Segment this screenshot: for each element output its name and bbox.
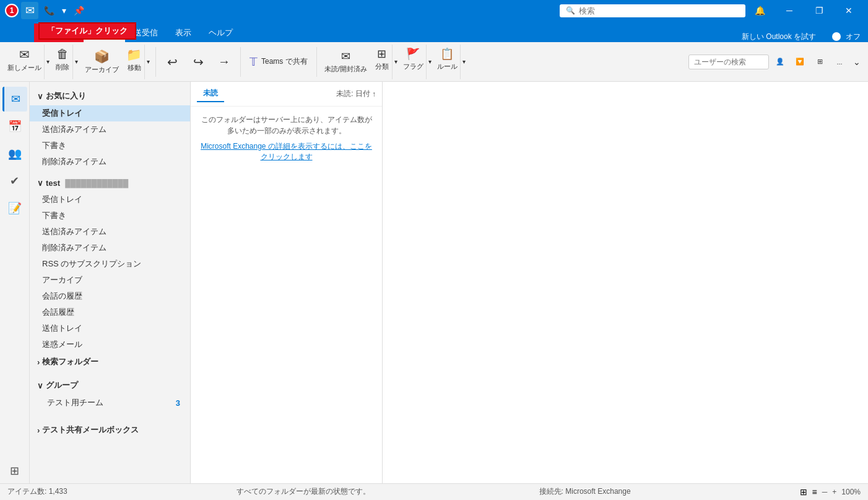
window-controls: 🔔 ─ ❐ ✕	[745, 0, 863, 21]
close-btn[interactable]: ✕	[835, 0, 863, 21]
zoom-increase[interactable]: +	[832, 488, 836, 496]
expand-ribbon-btn[interactable]: ⌄	[851, 55, 863, 69]
folder-item-drafts[interactable]: 下書き	[30, 138, 190, 154]
folder-item-sent[interactable]: 送信済みアイテム	[30, 121, 190, 138]
test-sent-label: 送信済みアイテム	[42, 226, 106, 237]
qa-pin-btn[interactable]: 📌	[71, 4, 87, 17]
test-drafts[interactable]: 下書き	[30, 208, 190, 224]
rules-dropdown[interactable]: ▾	[460, 45, 467, 79]
forward-icon: →	[218, 55, 230, 69]
test-archive-label: アーカイブ	[42, 274, 82, 286]
nav-apps-btn[interactable]: ⊞	[2, 458, 27, 483]
filter-icon: 🔽	[796, 58, 804, 66]
archive-btn[interactable]: 📦 アーカイブ	[81, 45, 123, 79]
favorites-section[interactable]: ∨ お気に入り	[30, 87, 190, 105]
tab-view[interactable]: 表示	[167, 24, 200, 42]
search-bar[interactable]: 🔍	[560, 4, 745, 17]
test-deleted[interactable]: 削除済みアイテム	[30, 240, 190, 256]
restore-btn[interactable]: ❐	[805, 0, 833, 21]
view-mode-btn-1[interactable]: ⊞	[800, 487, 807, 497]
test-inbox[interactable]: 受信トレイ	[30, 191, 190, 208]
app-icon: ✉	[21, 2, 38, 19]
test-account-email: ████████████	[65, 179, 128, 188]
status-bar-right: ⊞ ≡ ─ + 100%	[800, 487, 861, 497]
categorize-dropdown[interactable]: ▾	[392, 45, 399, 79]
teams-share-label: Teams で共有	[261, 56, 308, 67]
delete-icon: 🗑	[56, 47, 69, 61]
redo-btn[interactable]: ↪	[186, 45, 210, 79]
qa-phone-btn[interactable]: 📞	[41, 4, 58, 17]
step-indicator-1: 1	[5, 4, 19, 17]
new-email-dropdown[interactable]: ▾	[44, 45, 51, 79]
search-icon: 🔍	[566, 6, 575, 15]
ribbon-tabs: ファイル ホーム 送受信 表示 ヘルプ 「ファイル」クリック 新しい Outlo…	[0, 21, 868, 42]
test-account-header[interactable]: ∨ test ████████████	[30, 175, 190, 191]
sent-label: 送信済みアイテム	[42, 124, 106, 135]
shared-mailbox-header[interactable]: › テスト共有メールボックス	[30, 421, 190, 439]
main-layout: ✉ 📅 👥 ✔ 📝 ⊞ ∨ お気に入り 受信トレイ 送信済みアイテム 下書き	[0, 82, 868, 483]
undo-btn[interactable]: ↩	[160, 45, 184, 79]
sep-2	[240, 47, 241, 77]
view-mode-btn-2[interactable]: ≡	[812, 487, 817, 497]
person-icon-btn[interactable]: 👤	[771, 50, 789, 74]
delete-btn[interactable]: 🗑 削除	[53, 45, 72, 79]
more-options-btn[interactable]: ...	[831, 50, 848, 74]
move-btn[interactable]: 📁 移動	[124, 45, 144, 79]
rules-label: ルール	[437, 62, 458, 71]
tab-home[interactable]: ホーム	[84, 24, 125, 42]
chevron-right-icon-2: ›	[37, 426, 40, 435]
test-rss[interactable]: RSS のサブスクリプション	[30, 256, 190, 272]
unread-label: 未読/開封済み	[324, 64, 367, 74]
test-conversation[interactable]: 会話履歴	[30, 304, 190, 320]
groups-header[interactable]: ∨ グループ	[30, 376, 190, 395]
new-email-icon: ✉	[19, 47, 30, 62]
tab-send-receive[interactable]: 送受信	[125, 24, 167, 42]
search-input[interactable]	[579, 6, 739, 15]
test-outbox[interactable]: 送信トレイ	[30, 320, 190, 336]
test-team-item[interactable]: テスト用チーム 3	[30, 395, 190, 411]
folder-item-deleted[interactable]: 削除済みアイテム	[30, 154, 190, 170]
notification-btn[interactable]: 🔔	[745, 0, 774, 21]
delete-dropdown[interactable]: ▾	[72, 45, 80, 79]
flag-icon: 🚩	[406, 47, 420, 61]
exchange-link[interactable]: Microsoft Exchange の詳細を表示するには、ここをクリックします	[198, 141, 375, 162]
folder-item-inbox[interactable]: 受信トレイ	[30, 105, 190, 121]
test-archive[interactable]: アーカイブ	[30, 272, 190, 288]
sort-control[interactable]: 未読: 日付 ↑	[336, 89, 376, 99]
nav-people-btn[interactable]: 👥	[2, 141, 27, 166]
teams-icon: 𝕋	[250, 55, 258, 69]
connection-status: 接続先: Microsoft Exchange	[539, 486, 631, 497]
categorize-label: 分類	[375, 62, 389, 71]
search-people-input[interactable]	[688, 55, 769, 69]
test-sent[interactable]: 送信済みアイテム	[30, 224, 190, 240]
search-folders-section[interactable]: › 検索フォルダー	[30, 353, 190, 371]
add-column-btn[interactable]: ⊞	[811, 50, 828, 74]
minimize-btn[interactable]: ─	[775, 0, 804, 21]
delete-split: 🗑 削除 ▾	[53, 45, 80, 79]
filter-unread-tab[interactable]: 未読	[197, 86, 224, 102]
teams-share-btn[interactable]: 𝕋 Teams で共有	[245, 45, 313, 79]
new-email-btn[interactable]: ✉ 新しメール	[5, 45, 44, 79]
new-email-split: ✉ 新しメール ▾	[5, 45, 51, 79]
test-conversation-history[interactable]: 会話の履歴	[30, 288, 190, 304]
forward-btn[interactable]: →	[212, 45, 237, 79]
unread-btn[interactable]: ✉ 未読/開封済み	[321, 45, 371, 79]
flag-dropdown[interactable]: ▾	[426, 45, 433, 79]
qa-dropdown-btn[interactable]: ▾	[59, 4, 69, 17]
nav-calendar-btn[interactable]: 📅	[2, 114, 27, 139]
categorize-btn[interactable]: ⊞ 分類	[372, 45, 392, 79]
flag-btn[interactable]: 🚩 フラグ	[401, 45, 426, 79]
sort-label: 未読: 日付	[336, 89, 370, 99]
rules-btn[interactable]: 📋 ルール	[435, 45, 460, 79]
nav-tasks-btn[interactable]: ✔	[2, 169, 27, 193]
nav-notes-btn[interactable]: 📝	[2, 196, 27, 221]
test-junk[interactable]: 迷惑メール	[30, 336, 190, 353]
move-dropdown[interactable]: ▾	[144, 45, 152, 79]
nav-mail-btn[interactable]: ✉	[2, 87, 27, 112]
tab-file[interactable]: ファイル	[34, 24, 84, 42]
title-bar-left: 1 ✉ 📞 ▾ 📌	[5, 2, 560, 19]
ribbon-right: 👤 🔽 ⊞ ... ⌄	[688, 50, 863, 74]
filter-btn[interactable]: 🔽	[791, 50, 809, 74]
new-outlook-switch[interactable]	[820, 31, 842, 42]
tab-help[interactable]: ヘルプ	[200, 24, 241, 42]
